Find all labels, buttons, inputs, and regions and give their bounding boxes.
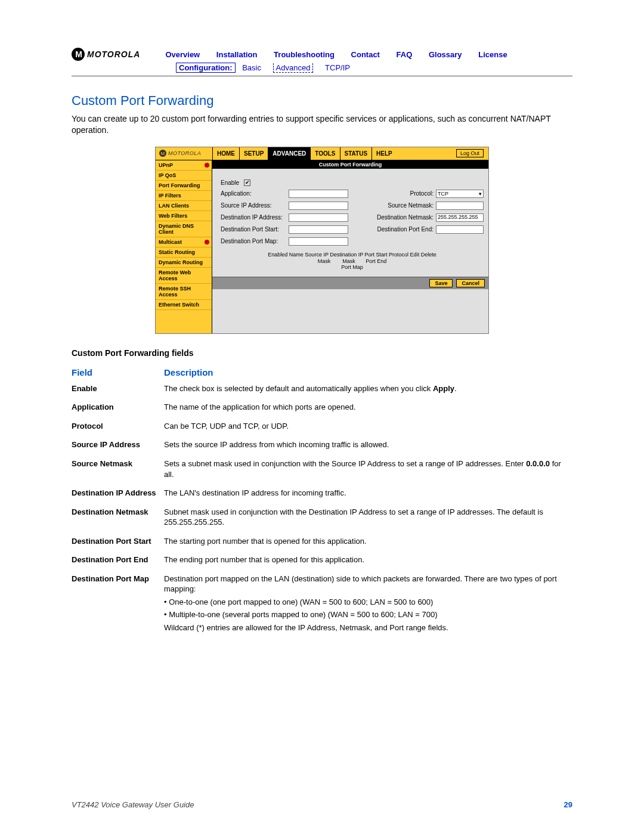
tab-advanced[interactable]: ADVANCED [268,147,310,160]
sidebar-item-port-forwarding[interactable]: Port Forwarding [156,181,212,191]
tab-status[interactable]: STATUS [340,147,372,160]
sidebar-item-ddns[interactable]: Dynamic DNS Client [156,221,212,237]
sidebar-item-multicast[interactable]: Multicast [156,237,212,247]
col-description-header: Description [164,367,213,377]
nav-contact[interactable]: Contact [351,50,380,59]
dest-port-map-label: Destination Port Map: [221,238,286,244]
dest-netmask-input[interactable]: 255.255.255.255 [436,213,484,222]
sub-nav: Configuration: Basic Advanced TCP/IP [176,63,572,72]
sidebar-item-ipqos[interactable]: IP QoS [156,171,212,181]
sub-advanced[interactable]: Advanced [273,63,314,73]
field-row: Destination Port Map Destination port ma… [72,574,572,633]
sidebar-item-ethernet-switch[interactable]: Ethernet Switch [156,300,212,310]
nav-faq[interactable]: FAQ [397,50,413,59]
panel-title: Custom Port Forwarding [212,160,488,169]
tab-tools[interactable]: TOOLS [310,147,339,160]
application-label: Application: [221,190,286,197]
sidebar-item-lan-clients[interactable]: LAN Clients [156,201,212,211]
sidebar-item-upnp[interactable]: UPnP [156,160,212,171]
field-row: Destination NetmaskSubnet mask used in c… [72,507,572,528]
tab-setup[interactable]: SETUP [239,147,268,160]
top-nav: Overview Installation Troubleshooting Co… [158,50,514,59]
dest-port-start-label: Destination Port Start: [221,226,286,233]
status-dot-icon [205,163,209,168]
field-row: Source IP AddressSets the source IP addr… [72,439,572,450]
logo: M MOTOROLA [72,48,140,61]
sub-tcpip[interactable]: TCP/IP [325,63,350,72]
nav-troubleshooting[interactable]: Troubleshooting [274,50,335,59]
dest-port-start-input[interactable] [289,225,348,234]
field-row: Destination Port StartThe starting port … [72,536,572,547]
header-rule [72,76,572,76]
sidebar-item-static-routing[interactable]: Static Routing [156,247,212,258]
brand-text: MOTOROLA [87,49,140,59]
logout-button[interactable]: Log Out [456,149,484,157]
sidebar-item-ip-filters[interactable]: IP Filters [156,191,212,201]
nav-overview[interactable]: Overview [165,50,200,59]
status-dot-icon [205,240,209,244]
field-row: Destination Port EndThe ending port numb… [72,555,572,565]
sidebar-item-remote-ssh[interactable]: Remote SSH Access [156,284,212,300]
nav-installation[interactable]: Installation [216,50,258,59]
dest-port-map-input[interactable] [289,237,348,246]
source-ip-label: Source IP Address: [221,202,286,209]
dest-port-end-input[interactable] [436,225,484,234]
nav-license[interactable]: License [478,50,507,59]
chevron-down-icon: ▾ [479,191,482,197]
field-row: EnableThe check box is selected by defau… [72,383,572,394]
col-field-header: Field [72,367,164,377]
motorola-icon: M [72,48,85,61]
ui-brand: MMOTOROLA [156,150,212,157]
nav-glossary[interactable]: Glossary [429,50,462,59]
sidebar-item-web-filters[interactable]: Web Filters [156,211,212,221]
intro-text: You can create up to 20 custom port forw… [72,113,572,136]
field-row: Source NetmaskSets a subnet mask used in… [72,459,572,479]
dest-port-end-label: Destination Port End: [377,226,434,233]
field-row: ApplicationThe name of the application f… [72,402,572,413]
configuration-label: Configuration: [176,63,236,73]
source-netmask-label: Source Netmask: [388,202,434,209]
save-button[interactable]: Save [429,279,453,287]
protocol-select[interactable]: TCP▾ [436,190,484,198]
field-row: ProtocolCan be TCP, UDP and TCP, or UDP. [72,421,572,432]
sidebar: UPnP IP QoS Port Forwarding IP Filters L… [156,160,212,333]
source-netmask-input[interactable] [436,202,484,210]
sidebar-item-remote-web[interactable]: Remote Web Access [156,268,212,284]
tab-home[interactable]: HOME [212,147,239,160]
footer-page-number: 29 [564,800,572,809]
dest-netmask-label: Destination Netmask: [377,214,434,221]
section-title: Custom Port Forwarding [72,93,572,109]
footer-doc-title: VT2442 Voice Gateway User Guide [72,800,194,809]
fields-section-title: Custom Port Forwarding fields [72,348,572,358]
cancel-button[interactable]: Cancel [456,279,485,287]
table-header: Enabled Name Source IP Destination IP Po… [221,249,484,273]
field-row: Destination IP AddressThe LAN's destinat… [72,488,572,498]
enable-checkbox[interactable]: ✔ [244,179,250,186]
dest-ip-input[interactable] [289,213,348,222]
tab-help[interactable]: HELP [371,147,397,160]
application-input[interactable] [289,190,348,198]
sub-basic[interactable]: Basic [242,63,261,72]
dest-ip-label: Destination IP Address: [221,214,286,221]
enable-label: Enable [221,179,239,186]
source-ip-input[interactable] [289,202,348,210]
protocol-label: Protocol: [410,190,434,197]
router-ui-screenshot: MMOTOROLA HOME SETUP ADVANCED TOOLS STAT… [155,147,489,334]
sidebar-item-dynamic-routing[interactable]: Dynamic Routing [156,258,212,268]
